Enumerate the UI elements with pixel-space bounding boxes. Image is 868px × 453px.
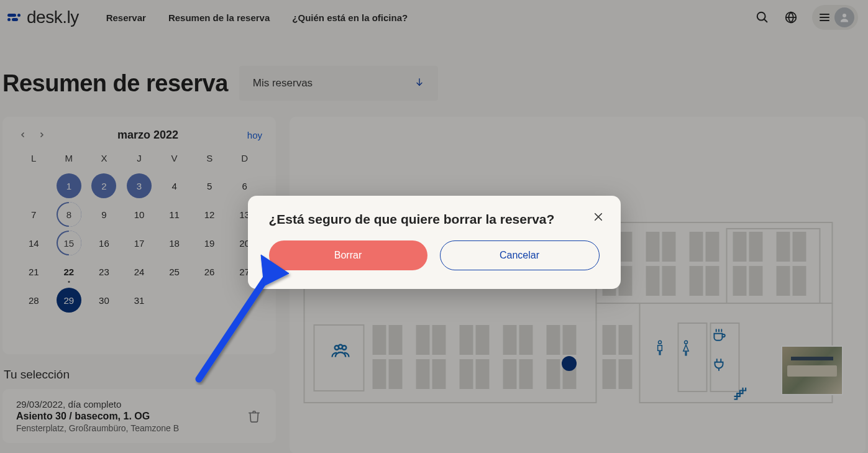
delete-button[interactable]: Borrar	[269, 240, 427, 270]
close-icon[interactable]	[591, 209, 606, 224]
dialog-title: ¿Está seguro de que quiere borrar la res…	[269, 212, 600, 227]
cancel-button[interactable]: Cancelar	[440, 240, 600, 270]
modal-overlay[interactable]: ¿Está seguro de que quiere borrar la res…	[0, 0, 868, 453]
delete-dialog: ¿Está seguro de que quiere borrar la res…	[248, 196, 621, 289]
